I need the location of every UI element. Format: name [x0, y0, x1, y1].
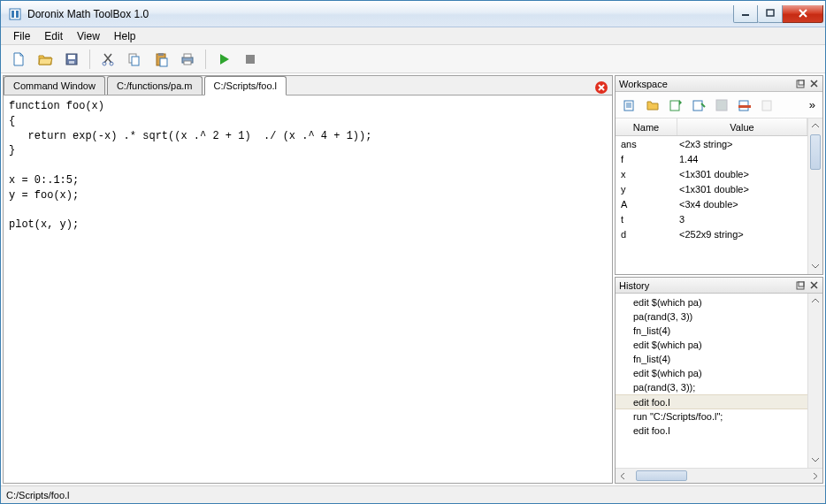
- history-header[interactable]: History: [616, 278, 822, 294]
- status-path: C:/Scripts/foo.l: [6, 490, 70, 500]
- cut-button[interactable]: [96, 47, 120, 72]
- var-value: <3x4 double>: [677, 199, 807, 210]
- toolbar-separator: [205, 50, 206, 69]
- svg-rect-18: [246, 55, 255, 64]
- workspace-table: Name Value ans<2x3 string>f1.44x<1x301 d…: [616, 118, 822, 274]
- history-item[interactable]: pa(rand(3, 3)): [616, 309, 807, 324]
- paste-button[interactable]: [149, 47, 173, 72]
- var-name: t: [616, 214, 677, 225]
- copy-button[interactable]: [122, 47, 147, 72]
- table-row[interactable]: d<252x9 string>: [616, 226, 807, 241]
- workspace-header[interactable]: Workspace: [616, 76, 822, 92]
- undock-icon[interactable]: [795, 280, 806, 291]
- toolbar-separator: [89, 50, 90, 69]
- tab-command-window[interactable]: Command Window: [4, 76, 105, 95]
- menu-file[interactable]: File: [6, 28, 37, 44]
- ws-overflow-icon[interactable]: »: [806, 98, 819, 111]
- titlebar[interactable]: Doronix Math ToolBox 1.0: [1, 1, 825, 27]
- var-value: <1x301 double>: [677, 169, 807, 179]
- panel-close-icon[interactable]: [808, 280, 819, 291]
- table-row[interactable]: A<3x4 double>: [616, 196, 807, 211]
- menu-view[interactable]: View: [70, 28, 107, 44]
- toolbar: [1, 45, 825, 73]
- scrollbar-thumb[interactable]: [810, 134, 821, 170]
- svg-rect-11: [132, 57, 139, 65]
- svg-rect-6: [68, 55, 75, 59]
- menu-help[interactable]: Help: [107, 28, 143, 44]
- history-hscrollbar[interactable]: [616, 468, 822, 483]
- workspace-panel: Workspace » Name: [615, 75, 823, 275]
- save-button[interactable]: [59, 47, 84, 72]
- history-item[interactable]: fn_list(4): [616, 352, 807, 366]
- content-area: Command Window C:/functions/pa.m C:/Scri…: [1, 73, 825, 485]
- history-panel: History edit $(which pa)pa(rand(3, 3))fn…: [615, 277, 823, 484]
- table-row[interactable]: f1.44: [616, 151, 807, 166]
- table-row[interactable]: ans<2x3 string>: [616, 136, 807, 151]
- table-row[interactable]: y<1x301 double>: [616, 181, 807, 196]
- tab-label: C:/Scripts/foo.l: [214, 80, 278, 91]
- col-value[interactable]: Value: [677, 118, 807, 135]
- scrollbar-thumb[interactable]: [636, 470, 687, 481]
- history-item[interactable]: fn_list(4): [616, 324, 807, 338]
- side-panels: Workspace » Name: [615, 75, 823, 484]
- statusbar: C:/Scripts/foo.l: [1, 485, 825, 503]
- workspace-table-header[interactable]: Name Value: [616, 118, 807, 136]
- history-item[interactable]: edit foo.l: [616, 394, 807, 409]
- svg-rect-3: [742, 14, 749, 16]
- scroll-left-icon[interactable]: [616, 470, 631, 483]
- var-value: <1x301 double>: [677, 184, 807, 195]
- history-item[interactable]: edit $(which pa): [616, 295, 807, 309]
- ws-import-icon[interactable]: [665, 95, 686, 116]
- run-button[interactable]: [211, 47, 236, 72]
- minimize-button[interactable]: [733, 5, 758, 23]
- ws-delete-icon[interactable]: [757, 95, 778, 116]
- history-item[interactable]: edit $(which pa): [616, 338, 807, 352]
- tab-label: Command Window: [13, 80, 96, 91]
- workspace-scrollbar[interactable]: [807, 118, 822, 274]
- svg-rect-20: [797, 80, 804, 88]
- close-button[interactable]: [783, 5, 823, 23]
- history-list[interactable]: edit $(which pa)pa(rand(3, 3))fn_list(4)…: [616, 294, 807, 468]
- history-item[interactable]: pa(rand(3, 3));: [616, 380, 807, 394]
- window-buttons: [733, 5, 823, 23]
- svg-rect-25: [716, 100, 727, 111]
- svg-rect-13: [158, 53, 164, 56]
- svg-rect-24: [693, 101, 702, 111]
- tab-close-icon[interactable]: [594, 80, 608, 95]
- stop-button[interactable]: [238, 47, 263, 72]
- history-body: edit $(which pa)pa(rand(3, 3))fn_list(4)…: [616, 294, 822, 468]
- col-name[interactable]: Name: [616, 118, 677, 135]
- ws-export-icon[interactable]: [688, 95, 709, 116]
- new-file-button[interactable]: [6, 47, 31, 72]
- svg-rect-1: [11, 11, 14, 18]
- undock-icon[interactable]: [795, 79, 806, 89]
- app-window: Doronix Math ToolBox 1.0 File Edit View …: [0, 0, 826, 504]
- history-item[interactable]: edit $(which pa): [616, 366, 807, 380]
- history-scrollbar[interactable]: [807, 294, 822, 468]
- ws-refresh-icon[interactable]: [734, 95, 755, 116]
- code-editor[interactable]: function foo(x) { return exp(-x) .* sqrt…: [4, 95, 612, 483]
- tab-file-foo[interactable]: C:/Scripts/foo.l: [204, 76, 287, 95]
- table-row[interactable]: x<1x301 double>: [616, 166, 807, 181]
- svg-rect-28: [762, 101, 771, 111]
- history-item[interactable]: run "C:/Scripts/foo.l";: [616, 409, 807, 424]
- history-item[interactable]: edit foo.l: [616, 424, 807, 438]
- tab-file-pa[interactable]: C:/functions/pa.m: [107, 76, 203, 95]
- history-title: History: [619, 280, 792, 291]
- var-value: <252x9 string>: [677, 229, 807, 240]
- svg-rect-27: [738, 105, 751, 108]
- open-file-button[interactable]: [33, 47, 57, 72]
- ws-open-icon[interactable]: [642, 95, 663, 116]
- ws-save-icon[interactable]: [711, 95, 732, 116]
- table-row[interactable]: t3: [616, 211, 807, 226]
- panel-close-icon[interactable]: [808, 79, 819, 89]
- ws-new-icon[interactable]: [619, 95, 640, 116]
- editor-tabs: Command Window C:/functions/pa.m C:/Scri…: [4, 76, 612, 95]
- svg-rect-4: [767, 10, 774, 16]
- scroll-right-icon[interactable]: [807, 470, 822, 483]
- print-button[interactable]: [175, 47, 200, 72]
- maximize-button[interactable]: [758, 5, 783, 23]
- workspace-title: Workspace: [619, 79, 792, 89]
- menu-edit[interactable]: Edit: [37, 28, 70, 44]
- var-name: x: [616, 169, 677, 179]
